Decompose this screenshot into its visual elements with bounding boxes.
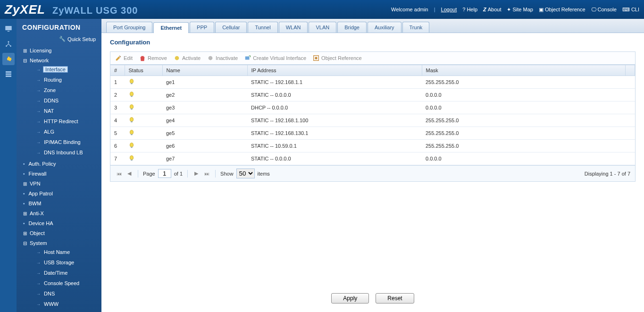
tree-dns-inbound-lb[interactable]: DNS Inbound LB [30,148,101,158]
cell-name: ge6 [162,140,247,152]
rail-maintenance-icon[interactable] [2,68,15,80]
svg-point-18 [130,130,134,135]
cli-link[interactable]: ⌨CLI [622,7,639,13]
tab-wlan[interactable]: WLAN [279,22,308,33]
tree-network[interactable]: Network Interface Routing Zone DDNS NAT … [17,56,101,159]
bulb-icon [128,157,135,162]
tree-device-ha[interactable]: Device HA [17,219,101,228]
tab-ppp[interactable]: PPP [190,22,214,33]
interface-table: # Status Name IP Address Mask 1ge1STATIC… [110,65,635,165]
tree-object[interactable]: Object [17,228,101,238]
tab-tunnel[interactable]: Tunnel [248,22,277,33]
col-spacer [626,65,635,76]
table-row[interactable]: 6ge6STATIC -- 10.59.0.1255.255.255.0 [110,140,635,152]
apply-button[interactable]: Apply [331,293,369,304]
tree-dns[interactable]: DNS [30,289,101,299]
tree-www[interactable]: WWW [30,299,101,310]
logout-link[interactable]: Logout [441,7,457,12]
rail-monitor-icon[interactable] [2,23,15,35]
tree-usb-storage[interactable]: USB Storage [30,258,101,268]
sidebar-title: CONFIGURATION [17,19,101,34]
svg-rect-13 [131,96,133,97]
tree-system[interactable]: System Host Name USB Storage Date/Time C… [17,238,101,312]
tree-auth-policy[interactable]: Auth. Policy [17,159,101,169]
cell-mask: 255.255.255.0 [422,114,626,127]
quick-setup-link[interactable]: 🔧 Quick Setup [17,34,101,46]
about-link[interactable]: ZAbout [483,7,501,12]
tab-port-grouping[interactable]: Port Grouping [106,22,152,33]
product-name: ZyWALL USG 300 [52,5,138,16]
tree-app-patrol[interactable]: App Patrol [17,189,101,199]
tree-firewall[interactable]: Firewall [17,169,101,179]
tree-vpn[interactable]: VPN [17,179,101,189]
cell-status [125,101,162,114]
table-row[interactable]: 2ge2STATIC -- 0.0.0.00.0.0.0 [110,89,635,101]
table-row[interactable]: 7ge7STATIC -- 0.0.0.00.0.0.0 [110,152,635,165]
tree-interface[interactable]: Interface [30,65,101,75]
col-mask[interactable]: Mask [422,65,626,76]
tree-zone[interactable]: Zone [30,85,101,96]
col-ip[interactable]: IP Address [247,65,422,76]
tree-nat[interactable]: NAT [30,106,101,117]
cell-ip: STATIC -- 192.168.130.1 [247,127,422,140]
of-label: of 1 [174,171,183,177]
tree-routing[interactable]: Routing [30,75,101,85]
bulb-icon [128,144,135,150]
prev-page-button[interactable]: ◀ [125,170,133,177]
table-row[interactable]: 4ge4STATIC -- 192.168.1.100255.255.255.0 [110,114,635,127]
next-page-button[interactable]: ▶ [192,170,200,177]
svg-rect-21 [131,147,133,148]
table-row[interactable]: 5ge5STATIC -- 192.168.130.1255.255.255.0 [110,127,635,140]
create-virtual-button[interactable]: Create Virtual Interface [244,55,306,61]
objectref-link[interactable]: ▣Object Reference [539,7,585,13]
cell-ip: DHCP -- 0.0.0.0 [247,101,422,114]
nav-tree: Licensing Network Interface Routing Zone… [17,46,101,312]
tab-auxiliary[interactable]: Auxiliary [368,22,401,33]
table-row[interactable]: 1ge1STATIC -- 192.168.1.1255.255.255.0 [110,76,635,89]
console-link[interactable]: 🖵Console [591,7,617,12]
edit-button[interactable]: Edit [115,55,133,61]
sitemap-link[interactable]: ✦Site Map [507,7,533,13]
help-link[interactable]: ?Help [462,7,477,12]
inactivate-button[interactable]: Inactivate [207,55,238,61]
cell-status [125,76,162,89]
tab-vlan[interactable]: VLAN [309,22,336,33]
tree-alg[interactable]: ALG [30,127,101,137]
tree-ssh[interactable]: SSH [30,310,101,312]
tree-licensing[interactable]: Licensing [17,46,101,56]
last-page-button[interactable]: ⏭ [203,170,210,177]
cell-num: 5 [110,127,125,140]
col-name[interactable]: Name [162,65,247,76]
tree-anti-x[interactable]: Anti-X [17,209,101,219]
tab-cellular[interactable]: Cellular [215,22,247,33]
activate-button[interactable]: Activate [174,55,201,61]
tree-bwm[interactable]: BWM [17,199,101,209]
first-page-button[interactable]: ⏮ [115,170,123,177]
reset-button[interactable]: Reset [376,293,414,304]
col-num[interactable]: # [110,65,125,76]
svg-rect-1 [7,31,9,32]
tree-ddns[interactable]: DDNS [30,96,101,106]
page-input[interactable] [158,169,171,178]
bottom-buttons: Apply Reset [101,287,644,312]
tree-ipmac-binding[interactable]: IP/MAC Binding [30,137,101,148]
sitemap-icon: ✦ [507,7,511,13]
col-status[interactable]: Status [125,65,162,76]
tab-trunk[interactable]: Trunk [402,22,430,33]
rail-network-icon[interactable] [2,38,15,50]
object-reference-button[interactable]: Object Reference [313,55,362,61]
remove-button[interactable]: Remove [139,55,167,61]
cell-name: ge1 [162,76,247,89]
rail-config-icon[interactable] [2,53,15,65]
cell-status [125,140,162,152]
tree-http-redirect[interactable]: HTTP Redirect [30,117,101,127]
cell-name: ge4 [162,114,247,127]
tree-console-speed[interactable]: Console Speed [30,278,101,289]
tree-host-name[interactable]: Host Name [30,247,101,258]
tab-ethernet[interactable]: Ethernet [153,22,189,33]
logo-area: ZyXEL ZyWALL USG 300 [5,2,138,17]
tree-date-time[interactable]: Date/Time [30,268,101,278]
page-size-select[interactable]: 50 [236,169,255,178]
table-row[interactable]: 3ge3DHCP -- 0.0.0.00.0.0.0 [110,101,635,114]
tab-bridge[interactable]: Bridge [337,22,367,33]
